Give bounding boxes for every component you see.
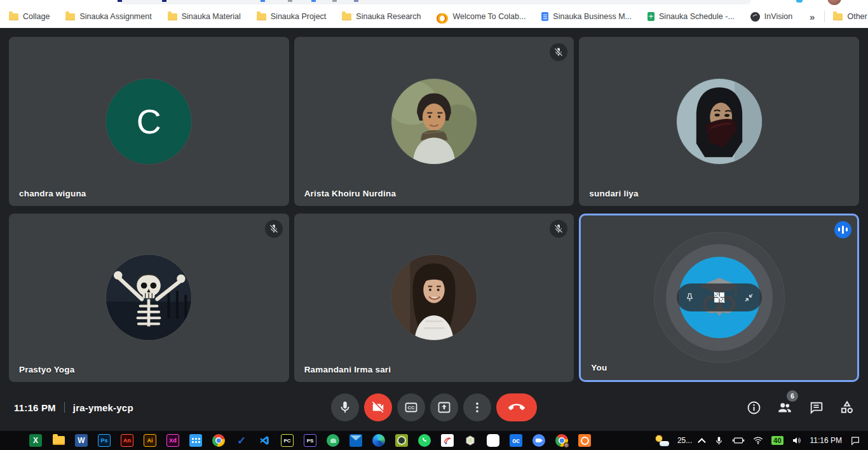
tray-chevron-up-icon[interactable] [698, 438, 706, 446]
phpstorm-icon[interactable]: PS [304, 434, 316, 447]
minimize-icon[interactable] [743, 292, 755, 304]
illustrator-icon[interactable]: Ai [144, 434, 156, 447]
photo-avatar [106, 255, 191, 340]
glyph: PS [307, 438, 314, 444]
remove-from-grid-icon[interactable] [712, 290, 727, 305]
bookmarks-overflow-chevron-icon[interactable]: » [808, 11, 816, 22]
slack-icon[interactable] [487, 434, 499, 447]
more-vertical-icon [470, 400, 484, 414]
hang-up-button[interactable] [496, 393, 537, 421]
folder-shape [53, 436, 65, 445]
bookmark-welcome-to-colab[interactable]: Welcome To Colab... [437, 12, 526, 21]
other-bookmarks-button[interactable]: Other bookmarks [833, 12, 868, 21]
bookmark-invision[interactable]: InVision [750, 12, 792, 22]
photo-avatar [677, 79, 762, 164]
battery-charging-icon[interactable] [732, 436, 745, 445]
avatar-initial: C [137, 102, 161, 141]
mail-icon[interactable] [349, 434, 362, 447]
photoshop-icon[interactable]: Ps [98, 434, 111, 447]
excel-icon[interactable]: X [29, 434, 42, 447]
animate-icon[interactable]: An [121, 434, 133, 447]
temperature[interactable]: 25... [677, 436, 692, 445]
bookmark-label: Sinauka Schedule -... [659, 12, 735, 21]
glyph: Ai [147, 437, 153, 444]
folder-icon [257, 13, 266, 20]
tile-sundari-liya[interactable]: sundari liya [579, 37, 859, 206]
bookmark-sinauka-business[interactable]: Sinauka Business M... [541, 12, 632, 21]
hexagon-app-icon[interactable] [464, 434, 477, 447]
google-sheet-icon [648, 12, 654, 21]
tile-chandra-wiguna[interactable]: C chandra wiguna [9, 37, 289, 206]
microphone-button[interactable] [331, 393, 359, 421]
bookmark-label: InVision [764, 12, 792, 21]
word-icon[interactable]: W [75, 434, 88, 447]
other-bookmarks-label: Other bookmarks [847, 12, 868, 21]
mic-muted-badge [550, 220, 567, 238]
pin-icon[interactable] [684, 292, 696, 304]
chat-button[interactable] [808, 399, 824, 416]
draw-app-icon[interactable] [441, 434, 454, 447]
participants-count-badge: 6 [787, 390, 798, 402]
activities-button[interactable] [839, 399, 855, 416]
chrome-icon[interactable] [212, 434, 225, 447]
action-center-icon[interactable] [850, 436, 860, 446]
tile-you[interactable]: You [579, 214, 859, 383]
tray-clock[interactable]: 11:16 PM [810, 436, 842, 445]
tile-arista-khoiru-nurdina[interactable]: Arista Khoiru Nurdina [294, 37, 574, 206]
more-options-button[interactable] [463, 393, 491, 421]
xampp-icon[interactable] [578, 434, 591, 447]
windows-taskbar: X W Ps An Ai Xd ✓ PC PS oc [0, 431, 868, 450]
tile-prastyo-yoga[interactable]: Prastyo Yoga [9, 214, 289, 383]
meeting-details-button[interactable] [745, 399, 762, 416]
mic-icon [338, 400, 352, 414]
speaker-icon[interactable] [792, 436, 802, 445]
edge-icon[interactable] [372, 434, 385, 447]
participant-name: Arista Khoiru Nurdina [304, 189, 396, 198]
bookmark-label: Collage [23, 12, 50, 21]
adobe-xd-icon[interactable]: Xd [166, 434, 179, 447]
participants-button[interactable]: 6 [776, 399, 793, 416]
browser-chrome-sliver [0, 0, 868, 5]
file-explorer-icon[interactable] [52, 434, 65, 447]
start-button-icon[interactable] [6, 434, 19, 447]
folder-icon [342, 13, 351, 20]
captions-icon: CC [403, 400, 419, 415]
bookmarks-bar: Collage Sinauka Assignment Sinauka Mater… [0, 5, 868, 28]
bookmark-sinauka-research[interactable]: Sinauka Research [342, 12, 421, 21]
pycharm-icon[interactable]: PC [281, 434, 294, 447]
whatsapp-icon[interactable] [418, 434, 431, 447]
camera-app-icon[interactable] [395, 434, 408, 447]
chrome-profile-icon[interactable] [555, 434, 568, 447]
battery-percent-badge[interactable]: 40 [771, 436, 783, 445]
mic-muted-badge [550, 43, 567, 61]
android-emulator-icon[interactable] [327, 434, 339, 447]
weather-icon[interactable] [655, 435, 669, 446]
meeting-clock: 11:16 PM [14, 402, 56, 413]
captions-button[interactable]: CC [397, 393, 425, 421]
google-doc-icon [541, 12, 548, 21]
bookmark-sinauka-project[interactable]: Sinauka Project [257, 12, 327, 21]
glyph: Xd [169, 437, 177, 444]
bookmark-collage[interactable]: Collage [9, 12, 50, 21]
folder-icon [65, 13, 75, 20]
vscode-glyph [259, 435, 270, 446]
browser-avatar[interactable] [827, 0, 841, 5]
draw-glyph [442, 435, 452, 446]
vscode-icon[interactable] [258, 434, 271, 447]
glyph: oc [512, 437, 520, 444]
present-button[interactable] [430, 393, 458, 421]
todo-check-icon[interactable]: ✓ [235, 434, 248, 447]
photo-avatar [391, 255, 477, 340]
photo-cartoon-skeleton [106, 255, 191, 340]
bookmark-label: Sinauka Research [356, 12, 421, 21]
schedule-app-icon[interactable] [189, 434, 202, 447]
zoom-app-icon[interactable] [532, 434, 545, 447]
tile-ramandani-irma-sari[interactable]: Ramandani Irma sari [294, 214, 574, 383]
wifi-icon[interactable] [753, 436, 763, 445]
oc-app-icon[interactable]: oc [510, 434, 522, 447]
bookmark-sinauka-assignment[interactable]: Sinauka Assignment [65, 12, 151, 21]
camera-off-button[interactable] [364, 393, 392, 421]
bookmark-sinauka-schedule[interactable]: Sinauka Schedule -... [648, 12, 735, 21]
bookmark-sinauka-material[interactable]: Sinauka Material [168, 12, 241, 21]
tray-mic-icon[interactable] [714, 436, 724, 446]
